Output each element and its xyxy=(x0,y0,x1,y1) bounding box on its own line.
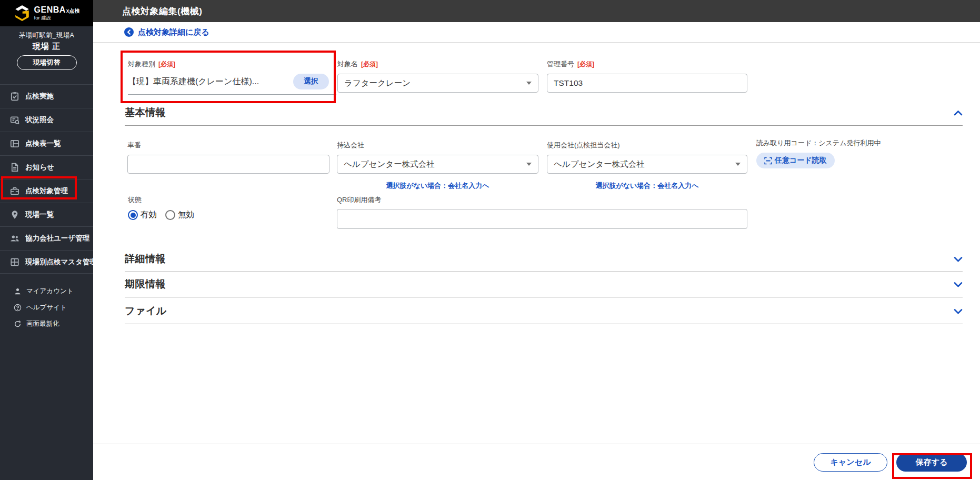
sidebar-item-label: 状況照会 xyxy=(25,115,54,125)
notice-document-icon xyxy=(10,163,19,172)
radio-unselected-icon xyxy=(165,210,175,220)
control-number-input[interactable] xyxy=(554,78,741,88)
sidebar-item-label: ヘルプサイト xyxy=(26,303,67,312)
chevron-down-icon xyxy=(735,163,741,166)
target-type-label: 対象種別 xyxy=(128,59,155,69)
field-target-name: 対象名 [必須] ラフタークレーン xyxy=(337,59,538,93)
bring-in-company-select[interactable]: ヘルプセンター株式会社 xyxy=(337,155,538,174)
action-footer: キャンセル 保存する xyxy=(93,444,980,480)
required-badge: [必須] xyxy=(361,60,378,69)
using-company-select[interactable]: ヘルプセンター株式会社 xyxy=(547,155,747,174)
users-icon xyxy=(10,234,19,243)
checklist-icon xyxy=(10,139,19,148)
sidebar-item-my-account[interactable]: マイアカウント xyxy=(0,283,93,299)
field-reading-code: 読み取り用コード：システム発行利用中 任意コード読取 xyxy=(756,138,881,168)
site-role: 現場 正 xyxy=(0,42,93,52)
sidebar-item-label: 現場別点検マスタ管理 xyxy=(25,257,97,267)
sidebar-item-notice[interactable]: お知らせ xyxy=(0,155,93,179)
radio-label: 無効 xyxy=(178,209,194,221)
sidebar-item-partner-user-management[interactable]: 協力会社ユーザ管理 xyxy=(0,226,93,250)
status-inquiry-icon xyxy=(10,115,19,125)
scan-button-label: 任意コード読取 xyxy=(775,156,827,165)
sidebar-footer-menu: マイアカウント ヘルプサイト xyxy=(0,283,93,332)
page-header-bar: 点検対象編集(機械) xyxy=(93,0,980,22)
field-control-number: 管理番号 [必須] xyxy=(547,59,747,93)
master-table-icon xyxy=(10,257,19,267)
sidebar-menu: 点検実施 状況照会 xyxy=(0,84,93,274)
section-deadline-info: 期限情報 xyxy=(125,277,963,297)
sidebar-item-status-inquiry[interactable]: 状況照会 xyxy=(0,108,93,132)
clipboard-check-icon xyxy=(10,92,19,101)
qr-print-note-label: QR印刷用備考 xyxy=(337,195,382,205)
page-title: 点検対象編集(機械) xyxy=(122,5,202,17)
toolbox-icon xyxy=(10,186,19,196)
sidebar-item-inspection-target-management[interactable]: 点検対象管理 xyxy=(0,179,93,203)
field-vehicle-number: 車番 xyxy=(127,141,329,174)
brand-main: GENBA xyxy=(34,5,66,15)
refresh-icon xyxy=(14,320,22,328)
circle-back-icon[interactable] xyxy=(124,27,134,37)
form-content: 対象種別 [必須] 【現】車両系建機(クレーン仕様)... 選択 対象名 [必須… xyxy=(93,43,980,444)
status-label: 状態 xyxy=(128,195,142,205)
chevron-down-icon xyxy=(526,82,532,85)
section-title: ファイル xyxy=(125,304,167,318)
chevron-down-icon[interactable] xyxy=(954,256,963,262)
reading-code-caption: 読み取り用コード：システム発行利用中 xyxy=(756,138,881,148)
section-title: 詳細情報 xyxy=(125,252,166,266)
brand-sub: x点検 xyxy=(66,8,80,14)
sidebar-item-refresh-screen[interactable]: 画面最新化 xyxy=(0,316,93,332)
chevron-up-icon[interactable] xyxy=(954,110,963,116)
section-title: 基本情報 xyxy=(125,106,166,119)
vehicle-number-input[interactable] xyxy=(134,159,323,169)
required-badge: [必須] xyxy=(577,60,594,69)
section-title: 期限情報 xyxy=(125,277,166,291)
sidebar-item-label: 点検対象管理 xyxy=(25,186,68,196)
target-name-value: ラフタークレーン xyxy=(344,78,411,89)
field-status: 状態 有効 無効 xyxy=(128,195,194,221)
brand-text: GENBA x点検 for 建設 xyxy=(34,5,80,21)
target-name-select[interactable]: ラフタークレーン xyxy=(337,74,538,93)
sidebar-item-label: マイアカウント xyxy=(26,287,74,296)
arbitrary-code-scan-button[interactable]: 任意コード読取 xyxy=(756,153,835,168)
back-to-detail-link[interactable]: 点検対象詳細に戻る xyxy=(138,27,209,37)
radio-label: 有効 xyxy=(141,209,157,221)
site-switch-button[interactable]: 現場切替 xyxy=(17,55,77,70)
site-name: 茅場町駅前_現場A xyxy=(0,31,93,40)
using-company-manual-link[interactable]: 選択肢がない場合：会社名入力へ xyxy=(547,181,747,191)
map-pin-icon xyxy=(10,210,19,219)
sidebar: GENBA x点検 for 建設 茅場町駅前_現場A 現場 正 現場切替 xyxy=(0,0,93,480)
help-circle-icon xyxy=(14,304,22,312)
radio-selected-icon xyxy=(128,210,138,220)
target-type-select-button[interactable]: 選択 xyxy=(293,74,329,89)
status-radio-enabled[interactable]: 有効 xyxy=(128,209,157,221)
required-badge: [必須] xyxy=(158,60,175,69)
vehicle-number-label: 車番 xyxy=(127,141,141,150)
sidebar-item-help-site[interactable]: ヘルプサイト xyxy=(0,299,93,316)
cancel-button[interactable]: キャンセル xyxy=(814,453,887,472)
chevron-down-icon[interactable] xyxy=(954,308,963,314)
hexagon-g-logo-icon xyxy=(14,5,31,22)
sidebar-item-site-master-management[interactable]: 現場別点検マスタ管理 xyxy=(0,250,93,274)
section-file: ファイル xyxy=(125,304,963,324)
save-button[interactable]: 保存する xyxy=(896,453,967,472)
field-using-company: 使用会社(点検担当会社) ヘルプセンター株式会社 選択肢がない場合：会社名入力へ xyxy=(547,141,747,191)
chevron-down-icon xyxy=(526,163,532,166)
field-bring-in-company: 持込会社 ヘルプセンター株式会社 選択肢がない場合：会社名入力へ xyxy=(337,141,538,191)
sidebar-item-inspection-execute[interactable]: 点検実施 xyxy=(0,84,93,108)
bring-in-company-manual-link[interactable]: 選択肢がない場合：会社名入力へ xyxy=(337,181,538,191)
field-qr-print-note: QR印刷用備考 xyxy=(337,195,747,229)
sidebar-item-label: 現場一覧 xyxy=(25,210,54,219)
sidebar-item-checklist-list[interactable]: 点検表一覧 xyxy=(0,132,93,155)
brand-logo: GENBA x点検 for 建設 xyxy=(0,0,93,26)
target-name-label: 対象名 xyxy=(337,59,358,69)
status-radio-disabled[interactable]: 無効 xyxy=(165,209,194,221)
chevron-down-icon[interactable] xyxy=(954,282,963,287)
sidebar-item-label: 点検実施 xyxy=(25,92,54,101)
sidebar-item-site-list[interactable]: 現場一覧 xyxy=(0,203,93,226)
qr-print-note-input[interactable] xyxy=(344,214,741,224)
section-detail-info: 詳細情報 xyxy=(125,252,963,272)
field-target-type: 対象種別 [必須] 【現】車両系建機(クレーン仕様)... 選択 xyxy=(128,59,336,95)
using-company-value: ヘルプセンター株式会社 xyxy=(554,159,645,170)
brand-tag: for 建設 xyxy=(34,15,80,21)
sidebar-item-label: 点検表一覧 xyxy=(25,139,61,148)
